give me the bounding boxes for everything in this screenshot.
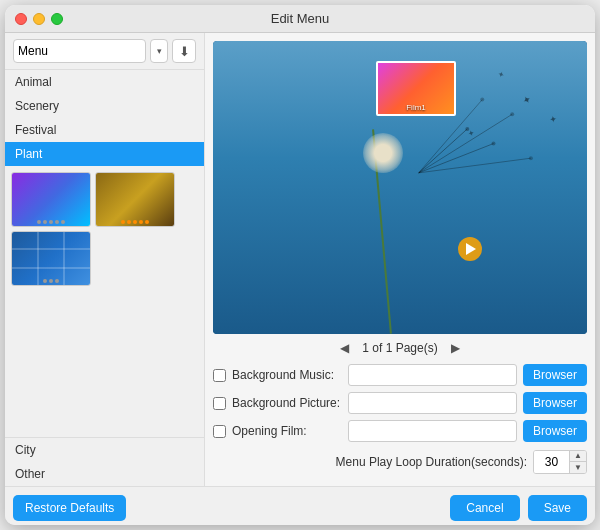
- main-content: Menu ▾ ⬇ Animal Scenery Festival Plant: [5, 33, 595, 486]
- thumb-overlay-label: Film1: [406, 103, 426, 112]
- loop-decrement-button[interactable]: ▼: [570, 462, 586, 473]
- menu-list: Animal Scenery Festival Plant: [5, 70, 204, 166]
- next-page-button[interactable]: ▶: [448, 340, 464, 356]
- sidebar-item-animal[interactable]: Animal: [5, 70, 204, 94]
- background-music-input[interactable]: [348, 364, 517, 386]
- sidebar-item-other[interactable]: Other: [5, 462, 204, 486]
- loop-duration-input[interactable]: 30: [534, 451, 569, 473]
- loop-duration-label: Menu Play Loop Duration(seconds):: [336, 455, 527, 469]
- opening-film-checkbox[interactable]: [213, 425, 226, 438]
- background-music-checkbox[interactable]: [213, 369, 226, 382]
- thumbnail-3[interactable]: [11, 231, 91, 286]
- background-picture-browser-button[interactable]: Browser: [523, 392, 587, 414]
- sidebar-item-plant[interactable]: Plant: [5, 142, 204, 166]
- background-picture-label: Background Picture:: [232, 396, 342, 410]
- svg-point-5: [465, 127, 469, 131]
- menu-dropdown[interactable]: Menu: [13, 39, 146, 63]
- minimize-button[interactable]: [33, 13, 45, 25]
- preview-thumbnail: Film1: [376, 61, 456, 116]
- main-panel: ✦ ✦ ✦ ✦ ✦: [205, 33, 595, 486]
- bottom-bar: Restore Defaults Cancel Save: [5, 486, 595, 525]
- sidebar-item-city[interactable]: City: [5, 438, 204, 462]
- background-picture-input[interactable]: [348, 392, 517, 414]
- play-triangle-icon: [466, 243, 476, 255]
- sidebar-item-festival[interactable]: Festival: [5, 118, 204, 142]
- window-controls: [15, 13, 63, 25]
- svg-point-11: [529, 156, 533, 160]
- background-music-browser-button[interactable]: Browser: [523, 364, 587, 386]
- pagination-row: ◀ 1 of 1 Page(s) ▶: [213, 334, 587, 362]
- thumbnail-1[interactable]: [11, 172, 91, 227]
- sidebar-item-scenery[interactable]: Scenery: [5, 94, 204, 118]
- svg-point-9: [510, 112, 514, 116]
- opening-film-label: Opening Film:: [232, 424, 342, 438]
- save-button[interactable]: Save: [528, 495, 587, 521]
- loop-duration-row: Menu Play Loop Duration(seconds): 30 ▲ ▼: [213, 448, 587, 476]
- edit-menu-window: Edit Menu Menu ▾ ⬇ Animal Scenery Fe: [5, 5, 595, 525]
- svg-line-6: [419, 144, 494, 173]
- dropdown-arrow-icon: ▾: [150, 39, 168, 63]
- background-music-label: Background Music:: [232, 368, 342, 382]
- prev-page-button[interactable]: ◀: [336, 340, 352, 356]
- options-area: Background Music: Browser Background Pic…: [213, 362, 587, 478]
- thumbnail-2[interactable]: [95, 172, 175, 227]
- svg-point-7: [492, 142, 496, 146]
- page-indicator: 1 of 1 Page(s): [362, 341, 437, 355]
- sidebar-bottom: City Other: [5, 437, 204, 486]
- opening-film-input[interactable]: [348, 420, 517, 442]
- titlebar: Edit Menu: [5, 5, 595, 33]
- right-buttons: Cancel Save: [450, 495, 587, 521]
- preview-background: ✦ ✦ ✦ ✦ ✦: [213, 41, 587, 334]
- loop-duration-input-wrapper: 30 ▲ ▼: [533, 450, 587, 474]
- background-music-row: Background Music: Browser: [213, 364, 587, 386]
- restore-defaults-button[interactable]: Restore Defaults: [13, 495, 126, 521]
- svg-line-4: [419, 129, 468, 173]
- preview-area: ✦ ✦ ✦ ✦ ✦: [213, 41, 587, 334]
- download-icon: ⬇: [179, 44, 190, 59]
- play-button[interactable]: [458, 237, 482, 261]
- maximize-button[interactable]: [51, 13, 63, 25]
- loop-spinners: ▲ ▼: [569, 451, 586, 473]
- thumbnails-grid: [5, 166, 204, 292]
- opening-film-row: Opening Film: Browser: [213, 420, 587, 442]
- cancel-button[interactable]: Cancel: [450, 495, 519, 521]
- svg-point-13: [480, 98, 484, 102]
- svg-line-10: [419, 158, 531, 173]
- svg-line-8: [419, 114, 513, 173]
- background-picture-row: Background Picture: Browser: [213, 392, 587, 414]
- close-button[interactable]: [15, 13, 27, 25]
- window-title: Edit Menu: [271, 11, 330, 26]
- download-button[interactable]: ⬇: [172, 39, 196, 63]
- sidebar-header: Menu ▾ ⬇: [5, 33, 204, 70]
- background-picture-checkbox[interactable]: [213, 397, 226, 410]
- loop-increment-button[interactable]: ▲: [570, 451, 586, 462]
- opening-film-browser-button[interactable]: Browser: [523, 420, 587, 442]
- sidebar: Menu ▾ ⬇ Animal Scenery Festival Plant: [5, 33, 205, 486]
